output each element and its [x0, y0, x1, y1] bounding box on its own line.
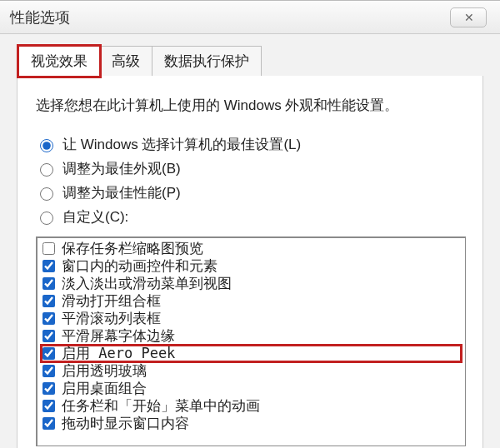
- checkbox-label: 滑动打开组合框: [62, 292, 161, 310]
- tab-label: 高级: [112, 53, 140, 69]
- performance-options-window: 性能选项 ✕ 视觉效果 高级 数据执行保护 选择您想在此计算机上使用的 Wind…: [0, 0, 500, 448]
- checkbox-label: 拖动时显示窗口内容: [62, 415, 189, 432]
- radio-input[interactable]: [40, 163, 53, 177]
- radio-input[interactable]: [40, 187, 53, 201]
- effects-listbox-inner: 保存任务栏缩略图预览 窗口内的动画控件和元素 淡入淡出或滑动菜单到视图 滑动打开…: [38, 238, 465, 434]
- tab-dep[interactable]: 数据执行保护: [152, 46, 262, 77]
- checkbox-input[interactable]: [42, 417, 55, 430]
- chk-enable-desktop-composition[interactable]: 启用桌面组合: [41, 380, 462, 397]
- checkbox-input[interactable]: [42, 277, 55, 290]
- radio-label: 调整为最佳性能(P): [62, 183, 181, 202]
- tab-row: 视觉效果 高级 数据执行保护: [0, 34, 500, 77]
- radio-custom[interactable]: 自定义(C):: [36, 207, 466, 226]
- checkbox-label: 保存任务栏缩略图预览: [62, 240, 203, 257]
- radio-let-windows-choose[interactable]: 让 Windows 选择计算机的最佳设置(L): [36, 135, 466, 154]
- checkbox-input[interactable]: [42, 260, 55, 272]
- radio-label: 自定义(C):: [62, 207, 128, 226]
- checkbox-label: 平滑滚动列表框: [62, 310, 161, 327]
- checkbox-label: 淡入淡出或滑动菜单到视图: [62, 275, 232, 292]
- checkbox-input[interactable]: [42, 400, 55, 412]
- checkbox-label: 窗口内的动画控件和元素: [62, 257, 218, 275]
- tab-advanced[interactable]: 高级: [99, 46, 152, 77]
- effects-listbox[interactable]: 保存任务栏缩略图预览 窗口内的动画控件和元素 淡入淡出或滑动菜单到视图 滑动打开…: [36, 236, 466, 446]
- chk-enable-transparent-glass[interactable]: 启用透明玻璃: [41, 362, 462, 380]
- checkbox-label: 平滑屏幕字体边缘: [62, 327, 175, 345]
- chk-smooth-font-edges[interactable]: 平滑屏幕字体边缘: [41, 327, 462, 345]
- checkbox-label: 启用透明玻璃: [62, 362, 147, 380]
- chk-taskbar-thumbnails[interactable]: 保存任务栏缩略图预览: [41, 240, 462, 257]
- titlebar: 性能选项: [0, 1, 500, 34]
- checkbox-input[interactable]: [42, 347, 55, 360]
- close-icon: ✕: [464, 11, 472, 24]
- chk-smooth-scroll-listbox[interactable]: 平滑滚动列表框: [41, 310, 462, 327]
- checkbox-label: 任务栏和「开始」菜单中的动画: [62, 397, 260, 415]
- tab-visual-effects[interactable]: 视觉效果: [18, 46, 100, 77]
- checkbox-label: 启用 Aero Peek: [62, 345, 175, 362]
- chk-fade-slide-menus[interactable]: 淡入淡出或滑动菜单到视图: [41, 275, 462, 292]
- chk-slide-combobox[interactable]: 滑动打开组合框: [41, 292, 462, 310]
- radio-label: 让 Windows 选择计算机的最佳设置(L): [62, 135, 301, 154]
- checkbox-input[interactable]: [42, 242, 55, 255]
- radio-group: 让 Windows 选择计算机的最佳设置(L) 调整为最佳外观(B) 调整为最佳…: [36, 135, 466, 226]
- chk-animate-controls[interactable]: 窗口内的动画控件和元素: [41, 257, 462, 275]
- checkbox-input[interactable]: [42, 365, 55, 377]
- checkbox-input[interactable]: [42, 382, 55, 395]
- window-title: 性能选项: [10, 7, 70, 27]
- checkbox-input[interactable]: [42, 295, 55, 307]
- tab-label: 视觉效果: [31, 53, 88, 69]
- checkbox-input[interactable]: [42, 312, 55, 325]
- radio-input[interactable]: [40, 139, 53, 152]
- radio-label: 调整为最佳外观(B): [62, 159, 181, 178]
- close-button[interactable]: ✕: [450, 7, 487, 27]
- description-text: 选择您想在此计算机上使用的 Windows 外观和性能设置。: [36, 96, 466, 115]
- radio-best-appearance[interactable]: 调整为最佳外观(B): [36, 159, 466, 178]
- panel-visual-effects: 选择您想在此计算机上使用的 Windows 外观和性能设置。 让 Windows…: [17, 76, 483, 448]
- chk-show-window-contents-drag[interactable]: 拖动时显示窗口内容: [41, 415, 462, 432]
- chk-enable-aero-peek[interactable]: 启用 Aero Peek: [41, 345, 462, 362]
- radio-input[interactable]: [40, 212, 53, 225]
- checkbox-label: 启用桌面组合: [62, 380, 147, 397]
- chk-taskbar-start-animations[interactable]: 任务栏和「开始」菜单中的动画: [41, 397, 462, 415]
- radio-best-performance[interactable]: 调整为最佳性能(P): [36, 183, 466, 202]
- checkbox-input[interactable]: [42, 330, 55, 342]
- tab-label: 数据执行保护: [164, 53, 249, 69]
